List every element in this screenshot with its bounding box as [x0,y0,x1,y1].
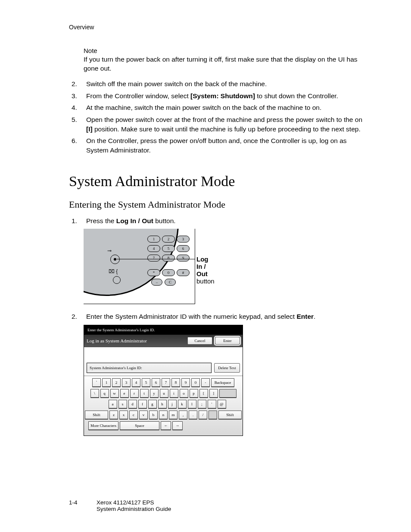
kbd-key[interactable]: b [149,411,158,420]
kbd-key[interactable]: w [110,389,119,398]
kbd-key[interactable]: 0 [191,378,200,387]
kbd-key[interactable]: 4 [132,378,140,387]
kbd-key[interactable]: ] [209,389,218,398]
kbd-key[interactable]: t [140,389,149,398]
kbd-key[interactable]: l [188,400,196,409]
step-text: At the machine, switch the main power sw… [86,103,368,112]
kbd-key[interactable]: d [128,400,137,409]
step-text: On the Controller, press the power on/of… [86,136,368,155]
kbd-key[interactable]: h [158,400,167,409]
step-list-a: 2. Switch off the main power switch on t… [69,79,368,155]
kbd-key[interactable]: 7 [162,378,170,387]
kbd-key[interactable]: 9 [181,378,190,387]
keypad-7: 7 [147,255,160,261]
kbd-key[interactable]: → [172,421,183,430]
kbd-key[interactable]: g [148,400,157,409]
section-title: System Administrator Mode [69,173,368,190]
kbd-row-1: `1234567890-Backspace [87,378,240,387]
kbd-row-4: Shiftzxcvbnm,./Shift [87,411,240,420]
step-num: 2. [69,312,86,321]
kbd-key[interactable]: a [109,400,117,409]
callout-leader [117,259,195,259]
callout-label: Log In / Outbutton [196,255,215,285]
kbd-row-2: \qwertyuiop[] [87,389,240,398]
keypad-8: 8 [162,255,175,261]
keypad-6: 6 [177,245,190,252]
figure-control-panel: 1 2 3 4 5 6 7 8 9 * 0 # – C ⊸ ⌧ { [84,229,368,304]
kbd-key[interactable]: c [129,411,138,420]
kbd-key[interactable]: z [109,411,118,420]
page-header: Overview [69,24,368,31]
kbd-key[interactable]: ; [198,400,206,409]
kbd-key[interactable]: o [180,389,188,398]
kbd-key[interactable]: . [189,411,197,420]
step-text: Press the Log In / Out button. [86,216,368,226]
step-list-b2: 2. Enter the System Administrator ID wit… [69,312,368,321]
keypad-2: 2 [162,236,175,243]
kbd-key[interactable]: - [201,378,210,387]
kbd-key[interactable]: @ [218,400,226,409]
kbd-key[interactable]: 8 [171,378,180,387]
kbd-key[interactable]: s [118,400,127,409]
kbd-row-3: asdfghjkl;'@ [87,400,240,409]
kbd-key[interactable]: ' [208,400,216,409]
keypad-c: C [165,279,176,286]
kbd-key[interactable]: f [138,400,147,409]
login-id-field[interactable]: System Administrator's Login ID: [87,363,212,373]
keypad-3: 3 [177,236,190,243]
kbd-key[interactable]: r [130,389,139,398]
keypad-hash: # [177,269,190,276]
delete-text-button[interactable]: Delete Text [214,363,240,373]
kbd-key[interactable]: Shift [85,411,108,420]
page-number: 1-4 [69,499,82,512]
kbd-key[interactable]: Shift [218,411,242,420]
keypad-4: 4 [147,245,160,252]
kbd-key[interactable]: More Characters [88,421,118,430]
kbd-key[interactable]: 5 [142,378,150,387]
kbd-key[interactable]: n [159,411,168,420]
step-text: Enter the System Administrator ID with t… [86,312,368,321]
kbd-key[interactable]: y [150,389,159,398]
kbd-key[interactable]: i [170,389,178,398]
step-text: From the Controller window, select [Syst… [86,91,368,101]
onscreen-keyboard: `1234567890-Backspace \qwertyuiop[] asdf… [84,376,243,436]
kbd-key[interactable]: 2 [112,378,121,387]
kbd-key[interactable]: ` [92,378,101,387]
kbd-key[interactable]: / [199,411,207,420]
page-footer: 1-4 Xerox 4112/4127 EPS System Administr… [69,499,171,512]
kbd-key[interactable]: m [169,411,177,420]
kbd-key[interactable]: j [168,400,177,409]
kbd-key[interactable]: u [160,389,168,398]
kbd-key[interactable]: \ [90,389,99,398]
kbd-key[interactable]: Backspace [211,378,234,387]
kbd-key[interactable]: ← [161,421,171,430]
kbd-key[interactable]: [ [199,389,208,398]
note-text: If you turn the power back on after turn… [84,55,368,73]
kbd-key[interactable]: e [120,389,129,398]
kbd-key[interactable]: p [190,389,198,398]
subsection-title: Entering the System Administrator Mode [69,199,368,210]
kbd-key[interactable]: k [178,400,187,409]
keypad-dash: – [151,279,162,286]
kbd-key[interactable]: 6 [152,378,160,387]
step-num: 3. [69,91,86,101]
enter-button[interactable]: Enter [215,337,240,345]
step-list-b: 1. Press the Log In / Out button. [69,216,368,226]
keypad-9: 9 [177,255,190,261]
kbd-key[interactable]: q [100,389,109,398]
kbd-key[interactable]: v [139,411,148,420]
kbd-key[interactable]: x [119,411,128,420]
kbd-key[interactable]: , [179,411,187,420]
note-label: Note [84,47,368,54]
kbd-key[interactable]: 3 [122,378,131,387]
keypad-star: * [147,269,160,276]
key-icon: ⊸ [107,248,112,254]
footer-line2: System Administration Guide [97,506,171,512]
cancel-button[interactable]: Cancel [187,337,212,345]
lang-icon: ⌧ { [109,268,118,274]
step-text: Switch off the main power switch on the … [86,79,368,89]
step-num: 4. [69,103,86,112]
step-num: 1. [69,216,86,226]
kbd-key[interactable]: Space [120,421,159,430]
kbd-key[interactable]: 1 [102,378,111,387]
